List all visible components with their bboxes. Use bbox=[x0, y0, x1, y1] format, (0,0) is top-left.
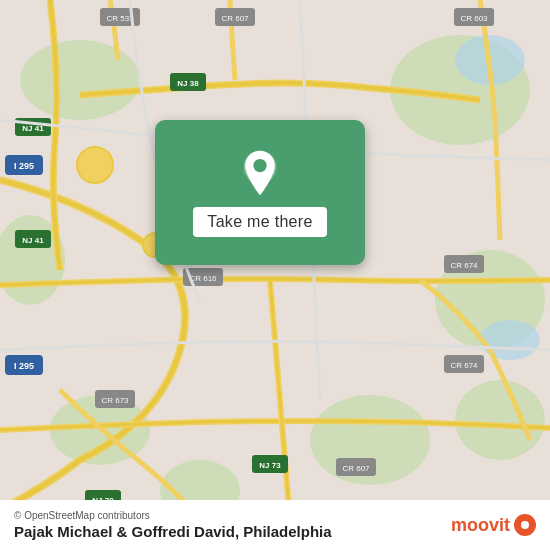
svg-text:CR 607: CR 607 bbox=[342, 464, 370, 473]
action-card: Take me there bbox=[155, 120, 365, 265]
svg-text:NJ 41: NJ 41 bbox=[22, 236, 44, 245]
svg-text:CR 603: CR 603 bbox=[460, 14, 488, 23]
svg-text:NJ 38: NJ 38 bbox=[177, 79, 199, 88]
svg-text:CR 537: CR 537 bbox=[106, 14, 134, 23]
svg-point-1 bbox=[20, 40, 140, 120]
moovit-brand-text: moovit bbox=[451, 515, 510, 536]
svg-point-4 bbox=[455, 380, 545, 460]
svg-point-44 bbox=[253, 158, 266, 171]
svg-text:I 295: I 295 bbox=[14, 161, 34, 171]
moovit-dot-icon bbox=[514, 514, 536, 536]
svg-text:CR 673: CR 673 bbox=[101, 396, 129, 405]
location-pin-icon bbox=[236, 149, 284, 197]
svg-text:CR 616: CR 616 bbox=[189, 274, 217, 283]
map-background: I 295 I 295 NJ 41 NJ 41 NJ 38 CR 537 CR … bbox=[0, 0, 550, 550]
moovit-logo: moovit bbox=[451, 514, 536, 536]
take-me-there-button[interactable]: Take me there bbox=[193, 207, 326, 237]
svg-text:NJ 73: NJ 73 bbox=[259, 461, 281, 470]
svg-text:I 295: I 295 bbox=[14, 361, 34, 371]
svg-point-41 bbox=[77, 147, 113, 183]
svg-text:CR 674: CR 674 bbox=[450, 361, 478, 370]
map-container: I 295 I 295 NJ 41 NJ 41 NJ 38 CR 537 CR … bbox=[0, 0, 550, 550]
svg-point-10 bbox=[480, 320, 540, 360]
svg-text:CR 674: CR 674 bbox=[450, 261, 478, 270]
svg-text:CR 607: CR 607 bbox=[221, 14, 249, 23]
moovit-dot-inner bbox=[521, 521, 529, 529]
